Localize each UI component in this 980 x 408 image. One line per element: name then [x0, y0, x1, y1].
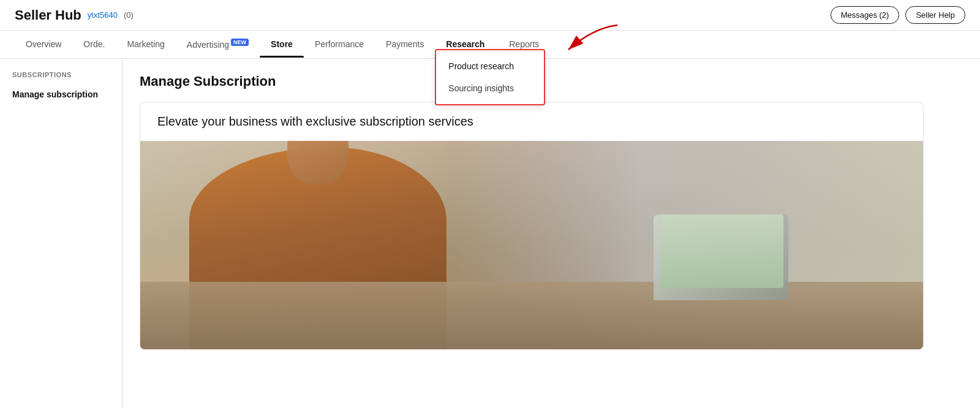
hero-card: Elevate your business with exclusive sub…: [140, 102, 924, 350]
table-surface: [140, 282, 923, 349]
page-title: Manage Subscription: [140, 74, 963, 89]
user-link[interactable]: ytxt5640: [88, 10, 118, 20]
dropdown-sourcing-insights[interactable]: Sourcing insights: [436, 77, 544, 99]
sidebar-item-manage-subscription[interactable]: Manage subscription: [0, 85, 122, 104]
content-area: SUBSCRIPTIONS Manage subscription Manage…: [0, 59, 980, 408]
notification-count: (0): [124, 10, 134, 20]
head-shape: [287, 141, 349, 184]
top-bar-left: Seller Hub ytxt5640 (0): [15, 7, 134, 23]
nav-payments[interactable]: Payments: [375, 31, 435, 58]
laptop-screen: [661, 214, 783, 288]
dropdown-product-research[interactable]: Product research: [436, 55, 544, 77]
main-content: Manage Subscription Elevate your busines…: [123, 59, 980, 408]
nav-performance[interactable]: Performance: [304, 31, 375, 58]
sidebar-section-label: SUBSCRIPTIONS: [0, 71, 122, 85]
hero-text: Elevate your business with exclusive sub…: [140, 102, 923, 141]
top-bar: Seller Hub ytxt5640 (0) Messages (2) Sel…: [0, 0, 980, 31]
nav-marketing[interactable]: Marketing: [116, 31, 175, 58]
nav-research-wrapper: Research Reports Product research Sourci…: [435, 39, 550, 49]
nav-overview[interactable]: Overview: [15, 31, 72, 58]
top-bar-right: Messages (2) Seller Help: [831, 6, 965, 24]
messages-button[interactable]: Messages (2): [831, 6, 900, 24]
nav-bar: Overview Orde. Marketing AdvertisingNEW …: [0, 31, 980, 59]
research-dropdown: Product research Sourcing insights: [435, 49, 545, 105]
sidebar: SUBSCRIPTIONS Manage subscription: [0, 59, 123, 408]
site-title: Seller Hub: [15, 7, 81, 23]
nav-advertising[interactable]: AdvertisingNEW: [176, 31, 260, 58]
seller-help-button[interactable]: Seller Help: [905, 6, 965, 24]
hero-image: [140, 141, 923, 349]
nav-orders[interactable]: Orde.: [72, 31, 116, 58]
nav-store[interactable]: Store: [260, 31, 304, 58]
new-badge: NEW: [231, 39, 249, 46]
